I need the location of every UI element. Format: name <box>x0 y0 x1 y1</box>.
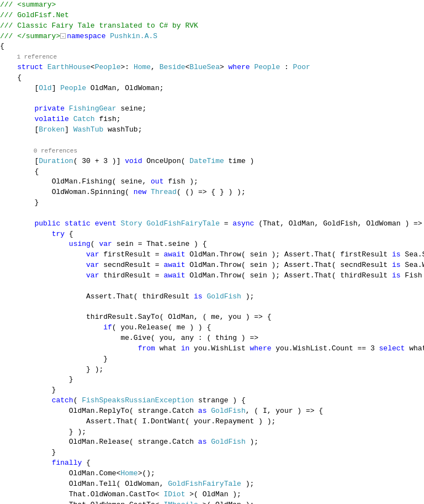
type-people2: People <box>254 63 280 71</box>
kw-as2: as <box>198 438 207 446</box>
type-idiot: IDiot <box>163 490 185 498</box>
kw-finally: finally <box>52 459 82 467</box>
type-exception: FishSpeaksRussianException <box>82 396 194 405</box>
kw-volatile: volatile <box>34 115 68 123</box>
ref-hint-0: 0 references <box>4 148 77 154</box>
kw-select: select <box>379 344 405 353</box>
type-goldfish: GoldFish <box>206 292 241 301</box>
type-story: Story <box>121 219 142 228</box>
kw-var1: var <box>99 240 112 248</box>
type-goldfish3: GoldFish <box>211 438 245 446</box>
field-seine: seine <box>120 104 142 113</box>
kw-private: private <box>34 104 65 113</box>
attr-duration: Duration <box>39 157 73 165</box>
kw-await2: await <box>163 261 185 269</box>
type-catch: Catch <box>73 115 95 123</box>
type-home2: Home <box>120 469 137 477</box>
kw-catch: catch <box>52 396 73 405</box>
kw-is3: is <box>392 271 401 280</box>
type-fishinggear: FishingGear <box>69 104 116 113</box>
kw-static: static <box>65 219 91 228</box>
attr-broken: Broken <box>39 125 65 134</box>
kw-namespace: namespace <box>67 32 105 40</box>
kw-using: using <box>69 240 91 248</box>
type-beside: Beside <box>160 63 186 71</box>
type-bluesea: BlueSea <box>189 63 220 71</box>
kw-from: from <box>138 344 155 353</box>
kw-async: async <box>232 219 254 228</box>
type-earthhouse: EarthHouse <box>47 63 91 71</box>
ref-hint-1: 1 reference <box>2 54 57 60</box>
attr-old: Old <box>39 84 51 92</box>
kw-is1: is <box>392 250 401 259</box>
comment-summary-open: /// <summary> <box>0 1 56 9</box>
comment-goldfisf: /// GoldFisf.Net <box>0 11 69 19</box>
stmt-fishing: OldMan.Fishing( seine, out fish ); <box>52 177 198 186</box>
kw-where: where <box>250 344 272 353</box>
field-fish: fish <box>99 115 116 123</box>
field-oldman: OldMan <box>91 84 116 92</box>
method-onceupon: OnceUpon <box>146 157 181 165</box>
collapse-namespace[interactable]: - <box>60 33 66 39</box>
kw-in: in <box>181 344 190 353</box>
field-oldwoman: OldWoman <box>125 84 159 92</box>
kw-struct: struct <box>17 63 43 71</box>
type-goldfish2: GoldFish <box>211 407 245 415</box>
kw-var4: var <box>86 271 99 280</box>
kw-await1: await <box>163 250 185 259</box>
field-goldfishfairytale: GoldFishFairyTale <box>146 219 220 228</box>
type-people: People <box>95 63 121 71</box>
field-washtub: washTub <box>108 125 138 134</box>
kw-try: try <box>52 230 65 238</box>
type-home: Home <box>134 63 151 71</box>
type-poor: Poor <box>293 63 310 71</box>
kw-var3: var <box>86 261 99 269</box>
kw-await3: await <box>163 271 185 280</box>
code-editor: /// <summary> /// GoldFisf.Net /// Class… <box>0 0 424 504</box>
comment-summary-close: /// </summary> <box>0 32 60 40</box>
ref-goldfishfairytale: GoldFishFairyTale <box>168 480 241 488</box>
stmt-spinning: OldWoman.Spinning( new Thread( () => { }… <box>52 188 246 196</box>
kw-as1: as <box>198 407 207 415</box>
kw-public: public <box>34 219 60 228</box>
type-imbecile: IMbecile <box>163 501 198 505</box>
kw-void: void <box>125 157 142 165</box>
kw-where: where <box>229 63 250 71</box>
param-time: time <box>229 157 246 165</box>
kw-is4: is <box>194 292 203 301</box>
kw-if: if <box>103 323 112 332</box>
namespace-name: Pushkin.A.S <box>110 32 157 40</box>
code-area: /// <summary> /// GoldFisf.Net /// Class… <box>0 0 424 504</box>
brace-open-namespace: { <box>0 42 4 50</box>
type-datetime: DateTime <box>189 157 224 165</box>
kw-event: event <box>95 219 116 228</box>
type-people3: People <box>60 84 86 92</box>
type-washtub: WashTub <box>73 125 104 134</box>
kw-is2: is <box>392 261 401 269</box>
comment-classic: /// Classic Fairy Tale translated to C# … <box>0 22 198 30</box>
kw-var2: var <box>86 250 99 259</box>
